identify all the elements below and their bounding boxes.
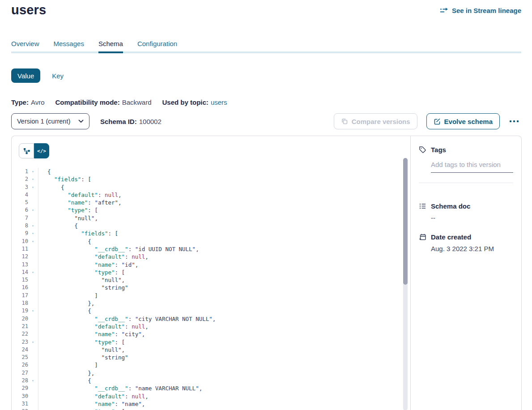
code-text: "default": null, xyxy=(38,253,400,261)
editor-scrollbar[interactable] xyxy=(403,158,408,410)
code-text: "type": [ xyxy=(38,206,400,214)
tab-overview[interactable]: Overview xyxy=(11,40,39,47)
code-text: "default": null, xyxy=(38,393,400,400)
code-text: }, xyxy=(38,369,400,377)
chevron-down-icon xyxy=(78,120,84,123)
code-view-button[interactable]: </> xyxy=(34,143,49,158)
code-text: "name": "city", xyxy=(38,330,400,338)
fold-toggle-icon[interactable]: ▾ xyxy=(28,184,38,191)
code-line: 9▾ "fields": [ xyxy=(12,230,400,237)
key-toggle-link[interactable]: Key xyxy=(52,72,64,80)
tags-title: Tags xyxy=(431,146,446,154)
code-line: 24 "null", xyxy=(12,346,400,354)
code-line: 1▾{ xyxy=(12,168,400,175)
fold-toggle-icon[interactable]: ▾ xyxy=(28,168,38,175)
compare-versions-button[interactable]: Compare versions xyxy=(334,113,417,129)
tree-view-button[interactable] xyxy=(19,143,34,158)
code-line: 14▾ "type": [ xyxy=(12,269,400,276)
line-number: 4 xyxy=(12,191,28,199)
fold-spacer xyxy=(28,393,38,400)
evolve-schema-button[interactable]: Evolve schema xyxy=(426,113,500,129)
fold-toggle-icon[interactable]: ▾ xyxy=(28,269,38,276)
fold-toggle-icon[interactable]: ▾ xyxy=(28,338,38,346)
code-text: "fields": [ xyxy=(38,230,400,237)
code-text: "name": "name", xyxy=(38,400,400,408)
code-line: 32▾ "type": [ xyxy=(12,408,400,410)
code-line: 7 "null", xyxy=(12,214,400,222)
code-line: 21 "default": null, xyxy=(12,323,400,330)
code-line: 31 "name": "name", xyxy=(12,400,400,408)
stream-lineage-link[interactable]: See in Stream lineage xyxy=(440,7,521,14)
type-value: Avro xyxy=(31,98,45,106)
compatibility-value: Backward xyxy=(122,98,152,106)
value-toggle-button[interactable]: Value xyxy=(11,68,40,83)
fold-toggle-icon[interactable]: ▾ xyxy=(28,307,38,315)
line-number: 7 xyxy=(12,214,28,222)
line-number: 6 xyxy=(12,206,28,214)
schema-part-toggle: Value Key xyxy=(11,68,64,83)
version-select[interactable]: Version 1 (current) xyxy=(11,113,89,129)
code-text: "__crdb__": "city VARCHAR NOT NULL", xyxy=(38,315,400,323)
code-text: "__crdb__": "name VARCHAR NULL", xyxy=(38,384,400,392)
code-text: { xyxy=(38,307,400,315)
calendar-plus-icon xyxy=(419,233,426,241)
schema-id-value: 100002 xyxy=(139,118,162,125)
sidebar-divider xyxy=(419,183,513,183)
code-text: { xyxy=(38,377,400,384)
code-text: "type": [ xyxy=(38,408,400,410)
schema-page: users See in Stream lineage OverviewMess… xyxy=(0,0,532,410)
fold-toggle-icon[interactable]: ▾ xyxy=(28,377,38,384)
code-line: 8▾ { xyxy=(12,222,400,230)
fold-spacer xyxy=(28,253,38,261)
code-line: 4 "default": null, xyxy=(12,191,400,199)
fold-toggle-icon[interactable]: ▾ xyxy=(28,222,38,230)
tab-configuration[interactable]: Configuration xyxy=(137,40,177,47)
fold-toggle-icon[interactable]: ▾ xyxy=(28,238,38,245)
used-by-topic-field: Used by topic:users xyxy=(162,98,227,106)
code-text: "null", xyxy=(38,346,400,354)
code-text: { xyxy=(38,184,400,191)
code-text: "default": null, xyxy=(38,191,400,199)
fold-toggle-icon[interactable]: ▾ xyxy=(28,230,38,237)
fold-toggle-icon[interactable]: ▾ xyxy=(28,206,38,214)
fold-toggle-icon[interactable]: ▾ xyxy=(28,175,38,183)
code-text: ] xyxy=(38,292,400,299)
type-field: Type:Avro xyxy=(11,98,44,106)
fold-toggle-icon[interactable]: ▾ xyxy=(28,408,38,410)
fold-spacer xyxy=(28,214,38,222)
schema-id-label: Schema ID: xyxy=(100,118,137,125)
code-line: 18 }, xyxy=(12,299,400,307)
code-line: 12 "default": null, xyxy=(12,253,400,261)
code-view-icon: </> xyxy=(37,148,46,154)
editor-scrollbar-thumb[interactable] xyxy=(403,158,408,285)
line-number: 21 xyxy=(12,323,28,330)
schema-sidebar: Tags Schema doc -- xyxy=(411,136,521,410)
page-title: users xyxy=(11,3,46,17)
line-number: 5 xyxy=(12,199,28,206)
tab-messages[interactable]: Messages xyxy=(54,40,84,47)
more-options-button[interactable] xyxy=(507,118,521,125)
date-created-value: Aug. 3 2022 3:21 PM xyxy=(431,245,513,252)
schema-code-view: 1▾{2▾ "fields": [3▾ {4 "default": null,5… xyxy=(12,158,400,410)
version-select-value: Version 1 (current) xyxy=(17,118,70,125)
line-number: 27 xyxy=(12,369,28,377)
stream-lineage-label: See in Stream lineage xyxy=(452,7,521,14)
code-line: 26 ] xyxy=(12,361,400,369)
fold-spacer xyxy=(28,276,38,284)
date-created-title: Date created xyxy=(431,233,471,241)
fold-spacer xyxy=(28,292,38,299)
line-number: 9 xyxy=(12,230,28,237)
add-tags-input[interactable] xyxy=(431,161,513,173)
line-number: 13 xyxy=(12,261,28,269)
schema-doc-value: -- xyxy=(431,214,513,222)
line-number: 28 xyxy=(12,377,28,384)
code-text: "name": "after", xyxy=(38,199,400,206)
tab-schema[interactable]: Schema xyxy=(98,40,123,47)
code-text: "type": [ xyxy=(38,269,400,276)
version-bar: Version 1 (current) Schema ID:100002 Com… xyxy=(11,113,521,129)
topic-link[interactable]: users xyxy=(211,98,227,106)
code-line: 2▾ "fields": [ xyxy=(12,175,400,183)
line-number: 19 xyxy=(12,307,28,315)
code-text: ] xyxy=(38,361,400,369)
line-number: 17 xyxy=(12,292,28,299)
